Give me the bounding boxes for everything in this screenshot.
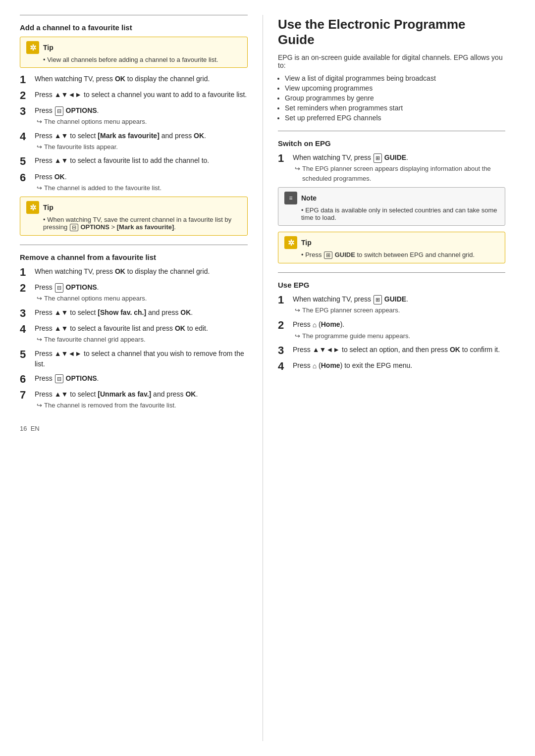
tip-label-1: Tip: [43, 44, 54, 51]
use-epg-step-1: 1 When watching TV, press ⊞ GUIDE. ↪ The…: [278, 294, 505, 315]
switch-epg-step-1: 1 When watching TV, press ⊞ GUIDE. ↪ The…: [278, 152, 505, 183]
epg-intro-text: EPG is an on-screen guide available for …: [278, 53, 505, 69]
remove-step-content-2: Press ⊟ OPTIONS. ↪ The channel options m…: [35, 282, 248, 303]
switch-epg-title: Switch on EPG: [278, 135, 505, 148]
use-epg-step-3: 3 Press ▲▼◄► to select an option, and th…: [278, 345, 505, 356]
remove-step-num-2: 2: [20, 282, 35, 294]
remove-channel-section: Remove a channel from a favourite list 1…: [20, 245, 248, 410]
remove-step-num-4: 4: [20, 323, 35, 335]
use-epg-step-num-1: 1: [278, 294, 293, 306]
section-divider-epg-1: [278, 131, 505, 131]
use-epg-step-4: 4 Press ⌂ (Home) to exit the EPG menu.: [278, 360, 505, 372]
epg-bullets: View a list of digital programmes being …: [285, 74, 505, 122]
step-content-5: Press ▲▼ to select a favourite list to a…: [35, 155, 248, 166]
step-num-3: 3: [20, 105, 35, 117]
remove-step-content-1: When watching TV, press OK to display th…: [35, 266, 248, 277]
remove-step-2: 2 Press ⊟ OPTIONS. ↪ The channel options…: [20, 282, 248, 303]
tip-text-2: • When watching TV, save the current cha…: [43, 216, 241, 231]
step-5: 5 Press ▲▼ to select a favourite list to…: [20, 155, 248, 167]
remove-step-7: 7 Press ▲▼ to select [Unmark as fav.] an…: [20, 389, 248, 410]
step-6-result: ↪ The channel is added to the favourite …: [37, 183, 248, 193]
use-epg-step-num-3: 3: [278, 345, 293, 356]
note-label-1: Note: [301, 194, 317, 202]
use-epg-step-1-result: ↪ The EPG planner screen appears.: [295, 305, 505, 315]
step-2: 2 Press ▲▼◄► to select a channel you wan…: [20, 90, 248, 101]
page-lang: EN: [31, 425, 40, 432]
step-4: 4 Press ▲▼ to select [Mark as favourite]…: [20, 131, 248, 152]
switch-epg-step-1-result: ↪ The EPG planner screen appears display…: [295, 164, 505, 183]
tip-icon-2: ✲: [26, 201, 39, 214]
left-column: Add a channel to a favourite list ✲ Tip …: [20, 15, 263, 741]
remove-step-3: 3 Press ▲▼ to select [Show fav. ch.] and…: [20, 307, 248, 319]
note-text-1: • EPG data is available only in selected…: [301, 206, 499, 221]
step-6: 6 Press OK. ↪ The channel is added to th…: [20, 172, 248, 193]
remove-step-num-7: 7: [20, 389, 35, 401]
page-number: 16: [20, 425, 27, 432]
use-epg-step-content-2: Press ⌂ (Home). ↪ The programme guide me…: [293, 319, 505, 341]
use-epg-step-content-3: Press ▲▼◄► to select an option, and then…: [293, 345, 505, 355]
remove-step-num-5: 5: [20, 349, 35, 360]
use-epg-step-2: 2 Press ⌂ (Home). ↪ The programme guide …: [278, 319, 505, 341]
switch-epg-step-content-1: When watching TV, press ⊞ GUIDE. ↪ The E…: [293, 152, 505, 183]
tip-label-2: Tip: [43, 203, 54, 211]
remove-channel-title: Remove a channel from a favourite list: [20, 249, 248, 261]
use-epg-section: Use EPG 1 When watching TV, press ⊞ GUID…: [278, 272, 505, 372]
step-num-6: 6: [20, 172, 35, 184]
step-content-3: Press ⊟ OPTIONS. ↪ The channel options m…: [35, 105, 248, 127]
note-icon-1: ≡: [284, 192, 297, 204]
remove-step-content-7: Press ▲▼ to select [Unmark as fav.] and …: [35, 389, 248, 410]
tip-box-epg: ✲ Tip • Press ⊞ GUIDE to switch between …: [278, 232, 505, 263]
epg-bullet-5: Set up preferred EPG channels: [285, 114, 505, 122]
epg-intro-section: Use the Electronic Programme Guide EPG i…: [278, 17, 505, 122]
remove-step-7-result: ↪ The channel is removed from the favour…: [37, 401, 248, 410]
add-channel-section: Add a channel to a favourite list ✲ Tip …: [20, 15, 248, 236]
use-epg-title: Use EPG: [278, 277, 505, 289]
step-content-2: Press ▲▼◄► to select a channel you want …: [35, 90, 248, 100]
note-header-1: ≡ Note: [284, 192, 499, 204]
step-3-result: ↪ The channel options menu appears.: [37, 117, 248, 127]
tip-label-epg: Tip: [301, 239, 312, 247]
tip-text-1: • View all channels before adding a chan…: [43, 56, 241, 63]
remove-step-num-6: 6: [20, 373, 35, 385]
epg-big-title: Use the Electronic Programme Guide: [278, 17, 505, 48]
tip-box-1: ✲ Tip • View all channels before adding …: [20, 37, 248, 68]
switch-epg-step-num-1: 1: [278, 152, 293, 164]
remove-step-4-result: ↪ The favourite channel grid appears.: [37, 335, 248, 345]
tip-icon-epg: ✲: [284, 236, 297, 249]
switch-epg-section: Switch on EPG 1 When watching TV, press …: [278, 131, 505, 263]
epg-bullet-4: Set reminders when programmes start: [285, 104, 505, 112]
remove-step-content-6: Press ⊟ OPTIONS.: [35, 373, 248, 384]
tip-icon-1: ✲: [26, 41, 39, 54]
step-1: 1 When watching TV, press OK to display …: [20, 74, 248, 86]
remove-step-num-3: 3: [20, 307, 35, 319]
use-epg-step-num-2: 2: [278, 319, 293, 331]
use-epg-step-2-result: ↪ The programme guide menu appears.: [295, 331, 505, 341]
remove-step-content-4: Press ▲▼ to select a favourite list and …: [35, 323, 248, 345]
use-epg-step-num-4: 4: [278, 360, 293, 372]
section-divider-use-epg: [278, 272, 505, 273]
use-epg-step-content-4: Press ⌂ (Home) to exit the EPG menu.: [293, 360, 505, 371]
epg-bullet-3: Group programmes by genre: [285, 94, 505, 102]
right-column: Use the Electronic Programme Guide EPG i…: [263, 15, 505, 741]
use-epg-step-content-1: When watching TV, press ⊞ GUIDE. ↪ The E…: [293, 294, 505, 315]
remove-step-6: 6 Press ⊟ OPTIONS.: [20, 373, 248, 385]
remove-step-1: 1 When watching TV, press OK to display …: [20, 266, 248, 278]
step-content-1: When watching TV, press OK to display th…: [35, 74, 248, 84]
remove-step-num-1: 1: [20, 266, 35, 278]
page-footer: 16 EN: [20, 425, 248, 432]
step-num-5: 5: [20, 155, 35, 167]
remove-step-content-3: Press ▲▼ to select [Show fav. ch.] and p…: [35, 307, 248, 318]
step-num-2: 2: [20, 90, 35, 101]
section-divider-2: [20, 245, 248, 245]
remove-step-5: 5 Press ▲▼◄► to select a channel that yo…: [20, 349, 248, 369]
remove-step-2-result: ↪ The channel options menu appears.: [37, 294, 248, 303]
step-content-6: Press OK. ↪ The channel is added to the …: [35, 172, 248, 193]
tip-text-epg: • Press ⊞ GUIDE to switch between EPG an…: [301, 251, 499, 259]
step-num-4: 4: [20, 131, 35, 143]
tip-header-epg: ✲ Tip: [284, 236, 499, 249]
remove-step-4: 4 Press ▲▼ to select a favourite list an…: [20, 323, 248, 345]
epg-bullet-1: View a list of digital programmes being …: [285, 74, 505, 82]
tip-header-2: ✲ Tip: [26, 201, 241, 214]
note-box-1: ≡ Note • EPG data is available only in s…: [278, 187, 505, 226]
add-channel-title: Add a channel to a favourite list: [20, 19, 248, 32]
